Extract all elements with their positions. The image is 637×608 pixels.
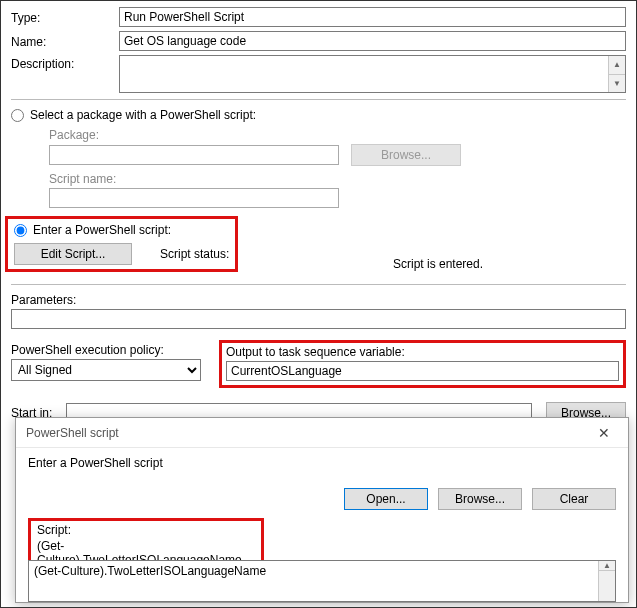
script-controls: Edit Script... Script status:	[14, 243, 229, 265]
select-package-radio[interactable]	[11, 109, 24, 122]
dialog-instruction: Enter a PowerShell script	[28, 456, 616, 470]
name-row: Name:	[11, 31, 626, 51]
enter-script-group: Enter a PowerShell script: Edit Script..…	[14, 223, 229, 265]
execution-policy-label: PowerShell execution policy:	[11, 343, 201, 357]
output-variable-field[interactable]	[226, 361, 619, 381]
package-row: Browse...	[49, 144, 626, 166]
clear-button[interactable]: Clear	[532, 488, 616, 510]
spinner-down-icon[interactable]: ▼	[609, 74, 625, 93]
package-group: Package: Browse... Script name:	[49, 128, 626, 208]
script-status-value: Script is entered.	[393, 257, 483, 271]
parameters-field[interactable]	[11, 309, 626, 329]
script-name-field	[49, 188, 339, 208]
parameters-group: Parameters:	[11, 293, 626, 329]
script-name-row	[49, 188, 626, 208]
output-col: Output to task sequence variable:	[219, 343, 626, 388]
name-label: Name:	[11, 33, 119, 49]
type-field[interactable]	[119, 7, 626, 27]
parameters-label: Parameters:	[11, 293, 626, 307]
edit-script-button[interactable]: Edit Script...	[14, 243, 132, 265]
type-label: Type:	[11, 9, 119, 25]
package-field	[49, 145, 339, 165]
policy-output-row: PowerShell execution policy: All Signed …	[11, 343, 626, 388]
enter-script-label: Enter a PowerShell script:	[33, 223, 171, 237]
name-field[interactable]	[119, 31, 626, 51]
separator	[11, 99, 626, 100]
script-label: Script:	[37, 523, 255, 537]
separator-2	[11, 284, 626, 285]
dialog-titlebar: PowerShell script ✕	[16, 418, 628, 448]
output-variable-highlight: Output to task sequence variable:	[219, 340, 626, 388]
script-status-label: Script status:	[160, 247, 229, 261]
dialog-browse-button[interactable]: Browse...	[438, 488, 522, 510]
spinner-up-icon[interactable]: ▲	[599, 561, 615, 570]
description-field[interactable]	[120, 56, 608, 92]
enter-script-highlight: Enter a PowerShell script: Edit Script..…	[5, 216, 238, 272]
script-name-label: Script name:	[49, 172, 626, 186]
description-spinner: ▲ ▼	[608, 56, 625, 92]
close-icon[interactable]: ✕	[588, 423, 620, 443]
policy-col: PowerShell execution policy: All Signed	[11, 343, 201, 381]
output-variable-label: Output to task sequence variable:	[226, 345, 619, 359]
type-row: Type:	[11, 7, 626, 27]
script-textarea-wrap: (Get-Culture).TwoLetterISOLanguageName ▲	[28, 560, 616, 602]
package-label: Package:	[49, 128, 626, 142]
description-wrap: ▲ ▼	[119, 55, 626, 93]
script-spinner: ▲	[598, 561, 615, 601]
select-package-radio-row: Select a package with a PowerShell scrip…	[11, 108, 626, 122]
description-row: Description: ▲ ▼	[11, 55, 626, 93]
execution-policy-select[interactable]: All Signed	[11, 359, 201, 381]
dialog-button-row: Open... Browse... Clear	[28, 488, 616, 510]
script-textarea[interactable]: (Get-Culture).TwoLetterISOLanguageName	[29, 561, 598, 601]
powershell-script-dialog: PowerShell script ✕ Enter a PowerShell s…	[15, 417, 629, 603]
scrollbar-track[interactable]	[599, 570, 615, 601]
open-button[interactable]: Open...	[344, 488, 428, 510]
enter-script-radio-row: Enter a PowerShell script:	[14, 223, 229, 237]
dialog-title: PowerShell script	[26, 426, 588, 440]
spinner-up-icon[interactable]: ▲	[609, 56, 625, 74]
select-package-label: Select a package with a PowerShell scrip…	[30, 108, 256, 122]
enter-script-radio[interactable]	[14, 224, 27, 237]
dialog-body: Enter a PowerShell script Open... Browse…	[16, 448, 628, 602]
description-label: Description:	[11, 55, 119, 71]
main-panel: Type: Name: Description: ▲ ▼ Select a pa…	[1, 1, 636, 424]
package-browse-button: Browse...	[351, 144, 461, 166]
